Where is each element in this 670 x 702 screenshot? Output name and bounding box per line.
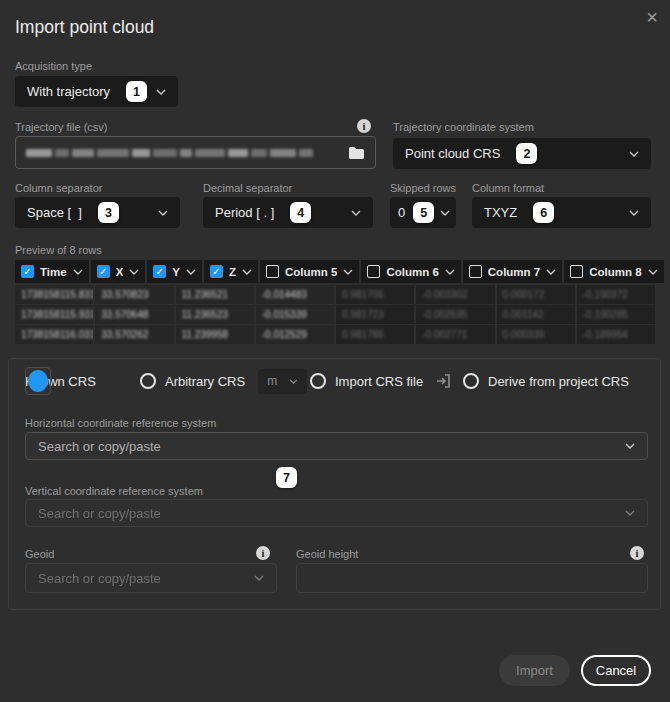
chevron-down-icon [629, 151, 639, 157]
checkbox-checked-icon[interactable] [153, 265, 166, 278]
table-cell: 11.239958 [176, 325, 254, 344]
chevron-down-icon[interactable] [445, 269, 455, 275]
preview-table-header: TimeXYZColumn 5Column 6Column 7Column 8 [15, 260, 655, 283]
radio-label: Arbitrary CRS [165, 374, 245, 389]
column-header-label: Y [172, 266, 180, 278]
checkbox-checked-icon[interactable] [210, 265, 223, 278]
table-cell: 0.981706 [336, 285, 414, 304]
geoid-height-input[interactable] [296, 563, 648, 593]
vertical-crs-placeholder: Search or copy/paste [38, 506, 161, 521]
unit-select[interactable]: m [258, 369, 307, 394]
preview-label: Preview of 8 rows [15, 244, 102, 256]
checkbox-unchecked-icon[interactable] [367, 265, 380, 278]
trajectory-file-input[interactable] [15, 136, 376, 169]
column-header[interactable]: Y [147, 260, 202, 283]
cell-value: 0.981723 [342, 309, 384, 320]
acquisition-type-label: Acquisition type [15, 60, 92, 72]
column-header[interactable]: Column 5 [260, 260, 359, 283]
column-header[interactable]: Column 8 [564, 260, 663, 283]
cell-value: -0.014483 [262, 289, 307, 300]
column-format-select[interactable]: TXYZ 6 [472, 197, 651, 228]
chevron-down-icon[interactable] [546, 269, 556, 275]
radio-derive-from-project-crs[interactable]: Derive from project CRS [463, 371, 629, 391]
chevron-down-icon[interactable] [648, 269, 658, 275]
column-header[interactable]: Column 6 [361, 260, 460, 283]
checkbox-unchecked-icon[interactable] [266, 265, 279, 278]
radio-import-crs-file[interactable]: Import CRS file [310, 371, 451, 391]
radio-selected-icon[interactable] [25, 367, 51, 395]
table-cell: 0.000339 [497, 325, 575, 344]
table-cell: 0.981723 [336, 305, 414, 324]
chevron-down-icon[interactable] [186, 269, 196, 275]
info-icon[interactable] [256, 546, 270, 560]
radio-label: Derive from project CRS [488, 374, 629, 389]
table-cell: -0.189954 [577, 325, 655, 344]
geoid-search-input[interactable]: Search or copy/paste [25, 563, 277, 593]
chevron-down-icon[interactable] [242, 269, 252, 275]
geoid-height-label: Geoid height [296, 548, 358, 560]
cell-value: -0.190285 [583, 309, 628, 320]
skipped-rows-value: 0 [398, 205, 405, 220]
decimal-separator-select[interactable]: Period [ . ] 4 [203, 197, 373, 228]
column-header[interactable]: Z [204, 260, 258, 283]
table-cell: -0.003302 [416, 285, 494, 304]
info-icon[interactable] [357, 119, 371, 133]
close-icon[interactable] [641, 6, 663, 28]
table-cell: 11.236523 [176, 305, 254, 324]
column-header-label: Z [229, 266, 236, 278]
chevron-down-icon [625, 510, 635, 516]
vertical-crs-search-input[interactable]: Search or copy/paste [25, 499, 648, 527]
preview-table: TimeXYZColumn 5Column 6Column 7Column 8 … [15, 260, 655, 344]
table-cell: 0.981786 [336, 325, 414, 344]
chevron-down-icon[interactable] [129, 269, 139, 275]
radio-label: Import CRS file [335, 374, 423, 389]
checkbox-checked-icon[interactable] [97, 265, 110, 278]
import-file-icon [436, 374, 451, 388]
checkbox-unchecked-icon[interactable] [570, 265, 583, 278]
chevron-down-icon[interactable] [73, 269, 83, 275]
radio-unselected-icon[interactable] [310, 373, 326, 389]
table-cell: -0.002695 [416, 305, 494, 324]
trajectory-crs-value: Point cloud CRS [405, 146, 500, 161]
chevron-down-icon [158, 210, 168, 216]
skipped-rows-select[interactable]: 0 5 [390, 197, 456, 228]
checkbox-checked-icon[interactable] [21, 265, 34, 278]
table-cell: -0.190372 [577, 285, 655, 304]
chevron-down-icon[interactable] [343, 269, 353, 275]
chevron-down-icon [156, 89, 166, 95]
column-header[interactable]: Time [15, 260, 89, 283]
cancel-button[interactable]: Cancel [581, 655, 651, 686]
table-cell: -0.002771 [416, 325, 494, 344]
trajectory-crs-label: Trajectory coordinate system [393, 121, 534, 133]
acquisition-type-value: With trajectory [27, 84, 110, 99]
import-button[interactable]: Import [499, 655, 570, 686]
table-cell: 1738158116.031681 [15, 325, 93, 344]
column-header[interactable]: X [91, 260, 146, 283]
acquisition-type-select[interactable]: With trajectory 1 [15, 76, 178, 107]
radio-known-crs[interactable]: Known CRS [25, 371, 96, 391]
column-header-label: Column 7 [488, 266, 540, 278]
preview-table-body: 1738158115.83167533.57082311.236521-0.01… [15, 285, 655, 344]
cell-value: 0.000339 [503, 329, 545, 340]
vertical-crs-label: Vertical coordinate reference system [25, 485, 203, 497]
checkbox-unchecked-icon[interactable] [469, 265, 482, 278]
cell-value: 0.981786 [342, 329, 384, 340]
column-header-label: Column 8 [589, 266, 641, 278]
info-icon[interactable] [630, 546, 644, 560]
geoid-placeholder: Search or copy/paste [38, 571, 161, 586]
step-badge-2: 2 [516, 143, 537, 164]
horizontal-crs-search-input[interactable]: Search or copy/paste [25, 432, 648, 460]
trajectory-crs-select[interactable]: Point cloud CRS 2 [393, 138, 651, 169]
step-badge-6: 6 [533, 202, 554, 223]
column-separator-select[interactable]: Space [ ] 3 [15, 197, 180, 228]
cell-value: 11.239958 [182, 329, 229, 340]
radio-unselected-icon[interactable] [463, 373, 479, 389]
unit-value: m [267, 374, 277, 388]
cell-value: -0.002771 [422, 329, 467, 340]
folder-icon[interactable] [348, 146, 365, 160]
chevron-down-icon [289, 379, 298, 384]
radio-unselected-icon[interactable] [140, 373, 156, 389]
cell-value: 0.981706 [342, 289, 384, 300]
column-header[interactable]: Column 7 [463, 260, 562, 283]
radio-arbitrary-crs[interactable]: Arbitrary CRSm [140, 371, 307, 391]
